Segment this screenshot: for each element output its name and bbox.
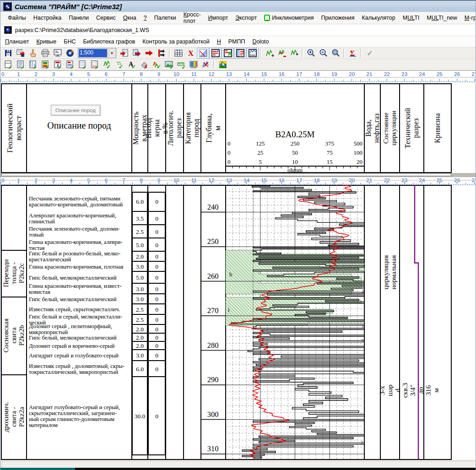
depth-label: 260 <box>207 272 219 281</box>
scale-value: 1:500 <box>79 49 107 57</box>
svg-text:9: 9 <box>157 71 160 77</box>
menu-item-библиотека-графов[interactable]: Библиотека графов <box>80 37 139 47</box>
print-icon[interactable] <box>39 48 51 59</box>
svg-text:19: 19 <box>331 71 337 77</box>
layout-report-icon[interactable] <box>234 48 246 59</box>
menu-item-файлы[interactable]: Файлы <box>4 13 30 23</box>
sheet-lines-check-icon[interactable]: ✓ <box>14 59 27 70</box>
hand-icon[interactable] <box>27 48 39 59</box>
menu-item-инклинометрия[interactable]: Инклинометрия <box>260 13 317 23</box>
curve-check-icon[interactable]: ✓ <box>101 59 113 70</box>
document-title-bar[interactable]: разрез:C:\Prime32\database\Благодатовска… <box>0 24 476 36</box>
zoom-out-icon[interactable] <box>317 48 330 59</box>
curve-add-icon[interactable]: + <box>263 48 276 59</box>
menu-item-окна[interactable]: Окна <box>119 13 140 23</box>
zoom-in-icon[interactable] <box>305 48 317 59</box>
eraser-x-icon[interactable]: ✗ <box>138 59 150 70</box>
svg-text:✓: ✓ <box>82 65 86 70</box>
svg-text:11: 11 <box>191 71 197 77</box>
ruler-check-icon[interactable]: ✓ <box>175 59 187 70</box>
menu-item-multi[interactable]: MULTI <box>399 13 423 23</box>
menu-item-калькулятор[interactable]: Калькулятор <box>358 13 399 23</box>
curve-scale-value: 20 <box>344 158 362 166</box>
layout-pages-icon[interactable] <box>209 48 222 59</box>
svg-text:✗: ✗ <box>144 65 147 69</box>
curve-scale-value: 375 <box>320 140 339 147</box>
layers-icon[interactable] <box>187 59 200 70</box>
sheet-dots2-check-icon[interactable]: ✓ <box>88 59 101 70</box>
menu-item-m-графы[interactable]: M-графы <box>461 13 476 23</box>
menu-item-бнс[interactable]: БНС <box>60 37 79 47</box>
offscale-mark: 2 <box>361 440 363 445</box>
save-export-icon[interactable] <box>14 48 27 59</box>
dots-check-icon[interactable]: ✓ <box>113 59 125 70</box>
main-menu-bar: ФайлыНастройкаПанелиСервисОкна?ПалеткиКр… <box>0 12 476 24</box>
log-curve-track[interactable]: 240250260270280290300310bi2222 <box>0 185 476 459</box>
svg-text:16: 16 <box>279 71 285 77</box>
curve-title: B2A0.25M <box>226 130 364 140</box>
sheet-color-check-icon[interactable]: ✓ <box>39 59 51 70</box>
page-import-icon[interactable] <box>118 48 130 59</box>
menu-item-панели[interactable]: Панели <box>65 13 92 23</box>
pointer-color-icon[interactable] <box>216 59 229 70</box>
column-header-core: Выход керна в % <box>145 118 169 139</box>
menu-item-кривые[interactable]: Кривые <box>32 37 60 47</box>
sum-curve-icon[interactable]: Σ <box>346 48 359 59</box>
svg-text:24: 24 <box>419 71 425 77</box>
svg-text:4: 4 <box>70 71 73 77</box>
curve-scale-value: 0 <box>227 140 246 147</box>
image-check-icon[interactable]: ✓ <box>162 59 175 70</box>
font-check-icon[interactable]: A✓ <box>125 59 138 70</box>
curve-scale-value: 75 <box>320 149 339 157</box>
menu-item-планшет[interactable]: Планшет <box>1 37 32 47</box>
sheet-check-icon[interactable]: ✓ <box>2 59 14 70</box>
sheet-flag-check-icon[interactable]: ✓ <box>64 59 76 70</box>
table-border <box>1 83 2 173</box>
menu-item-настройка[interactable]: Настройка <box>30 13 65 23</box>
red-arrow-right-icon[interactable] <box>143 48 155 59</box>
column-header-water: Вода, нефть,газ <box>364 113 381 143</box>
column-header-description: Описание пород <box>27 120 132 131</box>
sheet-dots-check-icon[interactable]: ✓ <box>76 59 88 70</box>
menu-item-н[interactable]: Н <box>213 37 225 47</box>
menu-item-multi_new[interactable]: MULTI_new <box>423 13 460 23</box>
menu-item-контроль-за-разработкой[interactable]: Контроль за разработкой <box>139 37 213 47</box>
menu-item-?[interactable]: ? <box>140 13 151 23</box>
menu-item-кросс-плот[interactable]: Кросс-плот <box>180 10 205 26</box>
curves-color-check-icon[interactable]: ✓ <box>150 59 162 70</box>
depth-label: 270 <box>207 306 219 315</box>
curves-x-icon[interactable] <box>200 59 212 70</box>
sheets-multi-check-icon[interactable]: ✓ <box>27 59 39 70</box>
scale-select[interactable]: 1:500▼ <box>78 48 116 58</box>
curve-scale-value: 100 <box>344 149 362 157</box>
apply-check-icon[interactable]: ✓ <box>363 48 376 59</box>
menu-item-doloto[interactable]: Doloto <box>249 37 272 47</box>
layout-ruler-icon[interactable] <box>246 48 259 59</box>
page-export-icon[interactable] <box>130 48 143 59</box>
curve-remove-icon[interactable] <box>276 48 288 59</box>
menu-item-импорт[interactable]: Импорт <box>205 13 232 23</box>
menu-item-сервис[interactable]: Сервис <box>92 13 119 23</box>
delete-x-icon[interactable]: X <box>184 48 197 59</box>
save-icon[interactable] <box>2 48 14 59</box>
document-title: разрез:C:\Prime32\database\Благодатовска… <box>15 27 149 33</box>
disc-icon[interactable] <box>64 48 76 59</box>
menu-item-экспорт[interactable]: Экспорт <box>232 13 260 23</box>
menu-item-палетки[interactable]: Палетки <box>151 13 180 23</box>
grid-table-icon[interactable] <box>172 48 184 59</box>
red-bracket-icon[interactable] <box>155 48 168 59</box>
print-preview-icon[interactable] <box>51 48 64 59</box>
chevron-down-icon[interactable]: ▼ <box>108 49 116 57</box>
menu-item-приложения[interactable]: Приложения <box>317 13 358 23</box>
sheet-save-check-icon[interactable]: ✓ <box>51 59 64 70</box>
curve-new-icon[interactable]: * <box>288 48 300 59</box>
layout-curves-icon[interactable] <box>222 48 234 59</box>
svg-text:X: X <box>188 49 194 58</box>
zoom-window-icon[interactable] <box>330 48 342 59</box>
hatch-curve-icon[interactable] <box>197 48 209 59</box>
svg-text:17: 17 <box>296 71 302 77</box>
menu-item-рмпп[interactable]: РМПП <box>225 37 249 47</box>
svg-text:0: 0 <box>1 71 4 77</box>
title-bar[interactable]: Система "ПРАЙМ" [C:\Prime32] <box>0 0 476 12</box>
inclinometry-icon <box>264 15 270 22</box>
